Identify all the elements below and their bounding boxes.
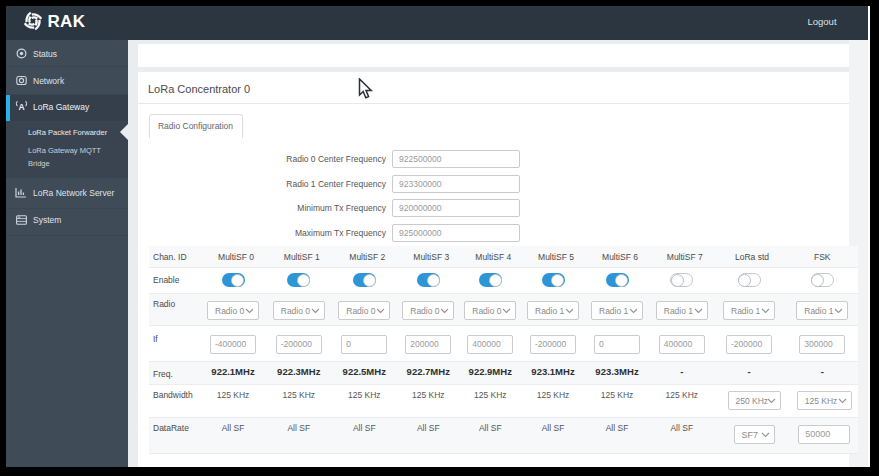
svg-text:A: A	[18, 102, 24, 112]
